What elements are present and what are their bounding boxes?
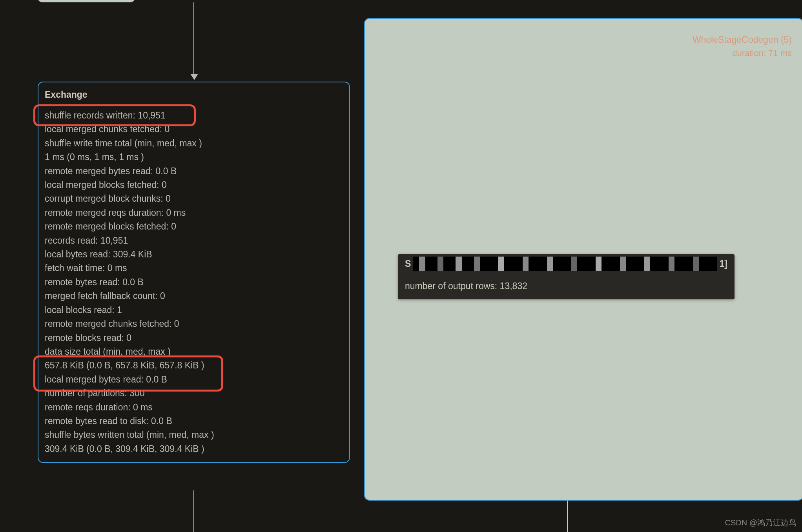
metric-local-bytes-read: local bytes read: 309.4 KiB [45,248,343,261]
metric-remote-reqs-duration: remote reqs duration: 0 ms [45,401,343,414]
metric-shuffle-write-time-value: 1 ms (0 ms, 1 ms, 1 ms ) [45,150,343,164]
redacted-content [413,257,717,271]
metric-remote-merged-bytes-read: remote merged bytes read: 0.0 B [45,164,343,178]
metric-remote-bytes-read: remote bytes read: 0.0 B [45,275,343,289]
tooltip-title-prefix: S [405,259,411,269]
tooltip-output-rows: number of output rows: 13,832 [405,281,727,292]
dag-edge-top [193,2,194,78]
metric-data-size-total-value: 657.8 KiB (0.0 B, 657.8 KiB, 657.8 KiB ) [45,359,343,372]
codegen-duration: duration: 71 ms [693,48,792,58]
metric-local-merged-blocks: local merged blocks fetched: 0 [45,178,343,192]
metric-remote-blocks-read: remote blocks read: 0 [45,331,343,345]
tooltip-title-suffix: 1] [720,259,727,269]
metric-data-size-total-label: data size total (min, med, max ) [45,345,343,359]
metric-records-read: records read: 10,951 [45,234,343,248]
dag-edge-right-bottom [567,501,568,532]
dag-node-partial-top[interactable] [37,0,135,2]
metric-local-merged-bytes-read: local merged bytes read: 0.0 B [45,373,343,386]
metric-shuffle-records-written: shuffle records written: 10,951 [45,109,343,122]
metric-corrupt-merged-blocks: corrupt merged block chunks: 0 [45,192,343,206]
metric-number-of-partitions: number of partitions: 300 [45,386,343,400]
dag-arrow-head-icon [190,74,198,80]
dag-edge-bottom [193,490,194,532]
metric-fetch-wait-time: fetch wait time: 0 ms [45,261,343,275]
metric-shuffle-bytes-written-label: shuffle bytes written total (min, med, m… [45,428,343,442]
metric-remote-merged-reqs-duration: remote merged reqs duration: 0 ms [45,206,343,220]
codegen-title: WholeStageCodegen (5) [693,35,792,45]
metric-shuffle-bytes-written-value: 309.4 KiB (0.0 B, 309.4 KiB, 309.4 KiB ) [45,442,343,456]
node-tooltip: S 1] number of output rows: 13,832 [398,254,735,299]
metric-local-merged-chunks: local merged chunks fetched: 0 [45,122,343,136]
metric-remote-merged-blocks: remote merged blocks fetched: 0 [45,220,343,233]
exchange-node[interactable]: Exchange shuffle records written: 10,951… [38,82,350,463]
watermark-text: CSDN @鸿乃江边鸟 [725,517,797,528]
metric-shuffle-write-time-label: shuffle write time total (min, med, max … [45,137,343,150]
metric-remote-bytes-read-disk: remote bytes read to disk: 0.0 B [45,414,343,428]
metric-remote-merged-chunks: remote merged chunks fetched: 0 [45,317,343,331]
exchange-title: Exchange [45,89,343,100]
metric-merged-fetch-fallback: merged fetch fallback count: 0 [45,289,343,303]
metric-local-blocks-read: local blocks read: 1 [45,303,343,317]
